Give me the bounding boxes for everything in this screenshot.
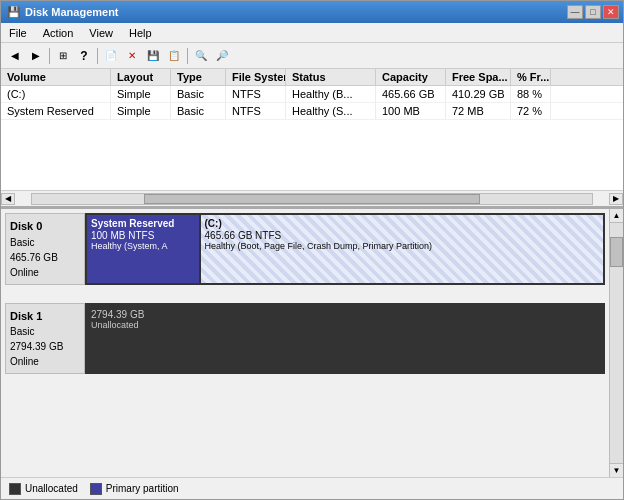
disk-separator [5,291,605,297]
disk-type: Basic [10,235,80,250]
help-tb-button[interactable]: ? [74,46,94,66]
toolbar-sep-3 [187,48,188,64]
legend-unallocated-box [9,483,21,495]
window-title: Disk Management [25,6,119,18]
partition-size: 2794.39 GB [91,309,599,320]
zoom-button[interactable]: 🔎 [212,46,232,66]
cell-capacity: 465.66 GB [376,86,446,102]
minimize-button[interactable]: — [567,5,583,19]
cell-layout: Simple [111,103,171,119]
scroll-left-btn[interactable]: ◀ [1,193,15,205]
partition-status: Healthy (Boot, Page File, Crash Dump, Pr… [205,241,599,251]
disk-status: Online [10,265,80,280]
legend-primary: Primary partition [90,483,179,495]
title-bar: 💾 Disk Management — □ ✕ [1,1,623,23]
disk-label-0: Disk 0 Basic 465.76 GB Online [5,213,85,285]
table-row[interactable]: (C:) Simple Basic NTFS Healthy (B... 465… [1,86,623,103]
disk-partitions-0: System Reserved 100 MB NTFS Healthy (Sys… [85,213,605,285]
horizontal-scrollbar[interactable]: ◀ ▶ [1,190,623,206]
disk-list: Disk 0 Basic 465.76 GB Online System Res… [1,209,609,477]
disk-status: Online [10,354,80,369]
partition-name: System Reserved [91,218,195,229]
scroll-thumb[interactable] [144,194,480,204]
partition-size: 465.66 GB NTFS [205,230,599,241]
main-content: Volume Layout Type File System Status Ca… [1,69,623,499]
show-hide-button[interactable]: ⊞ [53,46,73,66]
title-buttons: — □ ✕ [567,5,619,19]
disk-id: Disk 1 [10,308,80,325]
delete-button[interactable]: ✕ [122,46,142,66]
cell-layout: Simple [111,86,171,102]
col-header-free: Free Spa... [446,69,511,85]
disk-label-1: Disk 1 Basic 2794.39 GB Online [5,303,85,375]
menu-view[interactable]: View [81,25,121,41]
legend-unallocated-label: Unallocated [25,483,78,494]
partition-0-0[interactable]: System Reserved 100 MB NTFS Healthy (Sys… [87,215,201,283]
properties-button[interactable]: 📋 [164,46,184,66]
cell-capacity: 100 MB [376,103,446,119]
table-body: (C:) Simple Basic NTFS Healthy (B... 465… [1,86,623,190]
partition-name: (C:) [205,218,599,229]
scroll-up-btn[interactable]: ▲ [610,209,623,223]
cell-type: Basic [171,86,226,102]
disk-type: Basic [10,324,80,339]
menu-file[interactable]: File [1,25,35,41]
toolbar-sep-2 [97,48,98,64]
cell-pct: 72 % [511,103,551,119]
v-scroll-thumb[interactable] [610,237,623,267]
col-header-volume: Volume [1,69,111,85]
cell-free: 410.29 GB [446,86,511,102]
table-row[interactable]: System Reserved Simple Basic NTFS Health… [1,103,623,120]
legend-primary-box [90,483,102,495]
disk-row-1: Disk 1 Basic 2794.39 GB Online 2794.39 G… [5,303,605,375]
disk-row-0: Disk 0 Basic 465.76 GB Online System Res… [5,213,605,285]
cell-free: 72 MB [446,103,511,119]
maximize-button[interactable]: □ [585,5,601,19]
cell-fs: NTFS [226,86,286,102]
disk-size: 2794.39 GB [10,339,80,354]
forward-button[interactable]: ▶ [26,46,46,66]
disk-management-window: 💾 Disk Management — □ ✕ File Action View… [0,0,624,500]
search-button[interactable]: 🔍 [191,46,211,66]
cell-pct: 88 % [511,86,551,102]
toolbar-sep-1 [49,48,50,64]
disk-partitions-1: 2794.39 GB Unallocated [85,303,605,375]
disk-visual-pane: Disk 0 Basic 465.76 GB Online System Res… [1,209,623,477]
legend-primary-label: Primary partition [106,483,179,494]
back-button[interactable]: ◀ [5,46,25,66]
partition-status: Healthy (System, A [91,241,195,251]
cell-type: Basic [171,103,226,119]
legend-unallocated: Unallocated [9,483,78,495]
partition-status: Unallocated [91,320,599,330]
cell-fs: NTFS [226,103,286,119]
menu-bar: File Action View Help [1,23,623,43]
volume-table-pane: Volume Layout Type File System Status Ca… [1,69,623,209]
menu-help[interactable]: Help [121,25,160,41]
col-header-capacity: Capacity [376,69,446,85]
col-header-layout: Layout [111,69,171,85]
partition-0-1[interactable]: (C:) 465.66 GB NTFS Healthy (Boot, Page … [201,215,603,283]
new-button[interactable]: 📄 [101,46,121,66]
table-header: Volume Layout Type File System Status Ca… [1,69,623,86]
disk-id: Disk 0 [10,218,80,235]
partition-size: 100 MB NTFS [91,230,195,241]
col-header-type: Type [171,69,226,85]
cell-status: Healthy (S... [286,103,376,119]
toolbar: ◀ ▶ ⊞ ? 📄 ✕ 💾 📋 🔍 🔎 [1,43,623,69]
col-header-status: Status [286,69,376,85]
cell-status: Healthy (B... [286,86,376,102]
cell-volume: (C:) [1,86,111,102]
scroll-track[interactable] [31,193,593,205]
col-header-pct: % Fr... [511,69,551,85]
title-bar-left: 💾 Disk Management [7,5,119,19]
disk-size: 465.76 GB [10,250,80,265]
vertical-scrollbar[interactable]: ▲ ▼ [609,209,623,477]
legend: Unallocated Primary partition [1,477,623,499]
close-button[interactable]: ✕ [603,5,619,19]
scroll-right-btn[interactable]: ▶ [609,193,623,205]
save-button[interactable]: 💾 [143,46,163,66]
scroll-down-btn[interactable]: ▼ [610,463,623,477]
cell-volume: System Reserved [1,103,111,119]
menu-action[interactable]: Action [35,25,82,41]
partition-1-0[interactable]: 2794.39 GB Unallocated [87,305,603,373]
